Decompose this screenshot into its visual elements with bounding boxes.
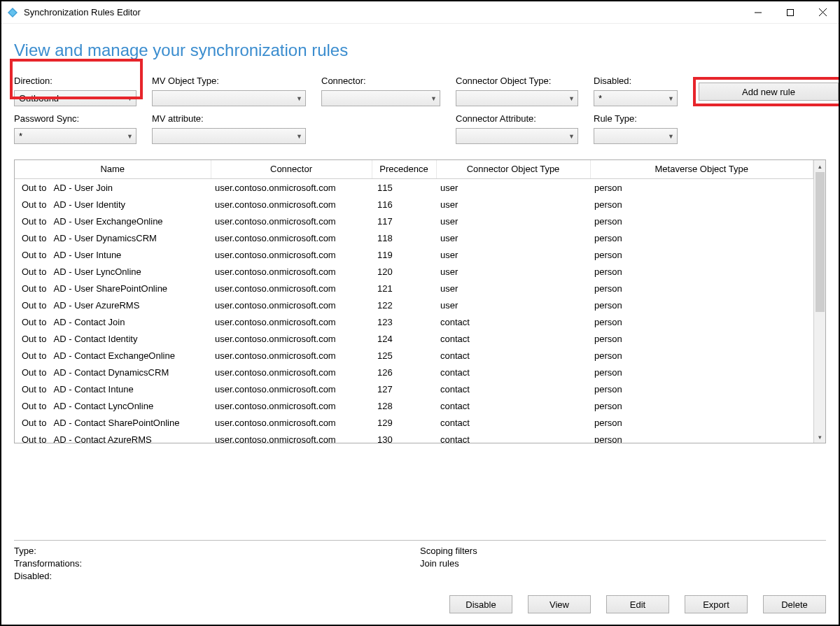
cell-mvt: person (590, 330, 813, 347)
connector-attribute-combo[interactable]: ▼ (456, 128, 578, 144)
table-row[interactable]: Out to AD - Contact LyncOnlineuser.conto… (15, 397, 813, 414)
connector-label: Connector: (321, 76, 440, 86)
cell-cot: contact (436, 414, 590, 431)
cell-precedence: 122 (372, 297, 436, 313)
table-row[interactable]: Out to AD - User AzureRMSuser.contoso.on… (15, 297, 813, 313)
cell-connector: user.contoso.onmicrosoft.com (211, 280, 372, 297)
direction-label: Direction: (14, 76, 136, 86)
table-row[interactable]: Out to AD - User Joinuser.contoso.onmicr… (15, 179, 813, 196)
cell-cot: contact (436, 364, 590, 380)
cell-cot: user (436, 229, 590, 246)
chevron-down-icon: ▼ (296, 95, 302, 102)
cell-mvt: person (590, 414, 813, 431)
vertical-scrollbar[interactable]: ▴ ▾ (813, 160, 825, 443)
table-row[interactable]: Out to AD - Contact DynamicsCRMuser.cont… (15, 364, 813, 380)
mv-attribute-combo[interactable]: ▼ (152, 128, 306, 144)
detail-transformations-label: Transformations: (14, 557, 420, 570)
cell-connector: user.contoso.onmicrosoft.com (211, 414, 372, 431)
cell-cot: contact (436, 397, 590, 414)
edit-button[interactable]: Edit (606, 595, 669, 613)
scrollbar-thumb[interactable] (816, 172, 825, 312)
cell-precedence: 128 (372, 397, 436, 414)
cell-name: Out to AD - User DynamicsCRM (15, 229, 211, 246)
cell-precedence: 119 (372, 246, 436, 263)
table-row[interactable]: Out to AD - User SharePointOnlineuser.co… (15, 280, 813, 297)
connector-object-type-combo[interactable]: ▼ (456, 90, 578, 106)
close-button[interactable] (806, 1, 839, 24)
cell-precedence: 117 (372, 213, 436, 229)
cell-connector: user.contoso.onmicrosoft.com (211, 297, 372, 313)
disabled-combo[interactable]: * ▼ (594, 90, 678, 106)
chevron-down-icon: ▼ (296, 133, 302, 140)
table-row[interactable]: Out to AD - Contact SharePointOnlineuser… (15, 414, 813, 431)
cell-name: Out to AD - Contact DynamicsCRM (15, 364, 211, 380)
cell-connector: user.contoso.onmicrosoft.com (211, 229, 372, 246)
cell-connector: user.contoso.onmicrosoft.com (211, 213, 372, 229)
mv-object-type-label: MV Object Type: (152, 76, 306, 86)
cell-mvt: person (590, 313, 813, 330)
cell-cot: contact (436, 347, 590, 364)
view-button[interactable]: View (528, 595, 591, 613)
cell-name: Out to AD - Contact ExchangeOnline (15, 347, 211, 364)
detail-join-rules: Join rules (420, 557, 826, 570)
direction-combo[interactable]: Outbound ▼ (14, 90, 136, 106)
table-row[interactable]: Out to AD - Contact Intuneuser.contoso.o… (15, 380, 813, 397)
connector-object-type-label: Connector Object Type: (456, 76, 578, 86)
minimize-button[interactable] (742, 1, 774, 24)
col-header-precedence[interactable]: Precedence (372, 160, 436, 178)
direction-value: Outbound (19, 93, 59, 104)
cell-cot: user (436, 297, 590, 313)
cell-cot: user (436, 280, 590, 297)
maximize-button[interactable] (774, 1, 806, 24)
col-header-mvt[interactable]: Metaverse Object Type (590, 160, 813, 178)
cell-precedence: 123 (372, 313, 436, 330)
col-header-connector[interactable]: Connector (211, 160, 372, 178)
delete-button[interactable]: Delete (763, 595, 826, 613)
disabled-label: Disabled: (594, 76, 678, 86)
table-row[interactable]: Out to AD - User Identityuser.contoso.on… (15, 196, 813, 213)
password-sync-combo[interactable]: * ▼ (14, 128, 136, 144)
table-row[interactable]: Out to AD - User DynamicsCRMuser.contoso… (15, 229, 813, 246)
cell-name: Out to AD - User Join (15, 179, 211, 196)
table-row[interactable]: Out to AD - User ExchangeOnlineuser.cont… (15, 213, 813, 229)
cell-cot: contact (436, 330, 590, 347)
table-row[interactable]: Out to AD - Contact AzureRMSuser.contoso… (15, 431, 813, 443)
export-button[interactable]: Export (685, 595, 748, 613)
cell-precedence: 126 (372, 364, 436, 380)
chevron-down-icon: ▼ (568, 95, 575, 102)
cell-name: Out to AD - Contact Intune (15, 380, 211, 397)
cell-name: Out to AD - User SharePointOnline (15, 280, 211, 297)
password-sync-value: * (19, 131, 22, 141)
table-row[interactable]: Out to AD - Contact Identityuser.contoso… (15, 330, 813, 347)
cell-precedence: 115 (372, 179, 436, 196)
cell-precedence: 124 (372, 330, 436, 347)
mv-object-type-combo[interactable]: ▼ (152, 90, 306, 106)
highlight-add-rule: Add new rule (693, 77, 840, 106)
cell-precedence: 120 (372, 263, 436, 280)
rule-type-combo[interactable]: ▼ (594, 128, 678, 144)
scroll-down-arrow-icon[interactable]: ▾ (814, 431, 825, 443)
disabled-value: * (598, 93, 602, 104)
cell-mvt: person (590, 364, 813, 380)
table-row[interactable]: Out to AD - User Intuneuser.contoso.onmi… (15, 246, 813, 263)
mv-attribute-label: MV attribute: (152, 113, 306, 124)
page-title: View and manage your synchronization rul… (1, 24, 839, 67)
table-row[interactable]: Out to AD - Contact Joinuser.contoso.onm… (15, 313, 813, 330)
cell-name: Out to AD - Contact Identity (15, 330, 211, 347)
cell-connector: user.contoso.onmicrosoft.com (211, 196, 372, 213)
cell-name: Out to AD - Contact Join (15, 313, 211, 330)
disable-button[interactable]: Disable (449, 595, 512, 613)
cell-precedence: 116 (372, 196, 436, 213)
cell-name: Out to AD - User Intune (15, 246, 211, 263)
table-row[interactable]: Out to AD - User LyncOnlineuser.contoso.… (15, 263, 813, 280)
add-new-rule-button[interactable]: Add new rule (699, 83, 839, 101)
col-header-name[interactable]: Name (15, 160, 211, 178)
scroll-up-arrow-icon[interactable]: ▴ (814, 160, 825, 172)
rule-type-label: Rule Type: (594, 113, 678, 124)
col-header-cot[interactable]: Connector Object Type (436, 160, 590, 178)
svg-rect-3 (788, 9, 794, 15)
cell-mvt: person (590, 347, 813, 364)
connector-combo[interactable]: ▼ (321, 90, 440, 106)
table-row[interactable]: Out to AD - Contact ExchangeOnlineuser.c… (15, 347, 813, 364)
cell-mvt: person (590, 213, 813, 229)
